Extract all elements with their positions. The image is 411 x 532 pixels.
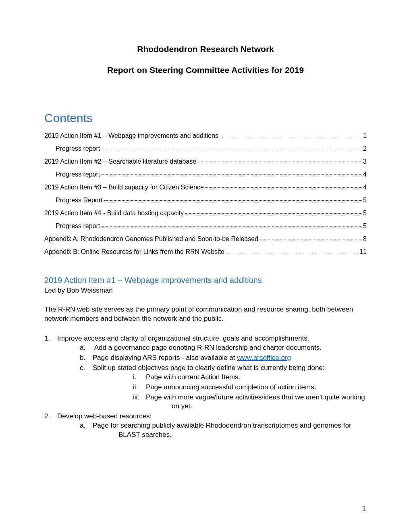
list-text: Page with more vague/future activities/i… xyxy=(146,393,365,410)
toc-text: Progress report xyxy=(56,145,100,152)
toc-entry[interactable]: 2019 Action Item #1 – Webpage improvemen… xyxy=(44,132,367,139)
document-subtitle: Report on Steering Committee Activities … xyxy=(44,65,367,75)
list-marker: 1. xyxy=(44,334,57,343)
list-marker: iii. xyxy=(133,393,146,402)
toc-dots xyxy=(104,200,362,201)
toc-text: 2019 Action Item #3 – Build capacity for… xyxy=(44,184,204,191)
toc-text: 2019 Action Item #4 - Build data hosting… xyxy=(44,210,184,217)
list-marker: b. xyxy=(80,353,93,363)
list-text: Split up stated objectives page to clear… xyxy=(93,364,325,372)
toc-entry[interactable]: Progress Report 5 xyxy=(44,197,367,204)
toc-page: 5 xyxy=(363,210,367,217)
toc-entry[interactable]: Appendix A: Rhododendron Genomes Publish… xyxy=(44,235,367,243)
list-marker: ii. xyxy=(133,383,146,392)
toc-page: 11 xyxy=(359,248,367,256)
toc-page: 8 xyxy=(363,235,367,243)
list-item: iii.Page with more vague/future activiti… xyxy=(133,393,367,411)
list-item: b.Page displaying ARS reports - also ava… xyxy=(80,353,367,363)
list-text: Add a governance page denoting R-RN lead… xyxy=(93,344,322,351)
ordered-list: 1.Improve access and clarity of organiza… xyxy=(44,334,367,440)
body-paragraph: The R-RN web site serves as the primary … xyxy=(44,305,367,324)
toc-page: 2 xyxy=(363,145,367,152)
toc-dots xyxy=(102,149,361,149)
toc-dots xyxy=(102,226,361,227)
ordered-list: a.Page for searching publicly available … xyxy=(80,421,367,440)
toc-text: Progress report xyxy=(56,171,100,178)
section-byline: Led by Bob Weissman xyxy=(44,287,367,295)
ordered-list: i.Page with current Action Items. ii.Pag… xyxy=(133,373,367,411)
toc-dots xyxy=(185,213,361,214)
list-text: Page with current Action Items. xyxy=(146,373,240,381)
list-marker: c. xyxy=(80,364,93,373)
external-link[interactable]: www.arsoffice.org xyxy=(237,354,291,362)
toc-entry[interactable]: Progress report 5 xyxy=(44,222,367,230)
toc-text: Progress report xyxy=(56,222,100,230)
list-item: 1.Improve access and clarity of organiza… xyxy=(44,334,367,411)
section-heading: 2019 Action Item #1 – Webpage improvemen… xyxy=(44,276,367,285)
list-marker: a. xyxy=(80,421,93,430)
toc-entry[interactable]: 2019 Action Item #3 – Build capacity for… xyxy=(44,184,367,191)
toc-text: 2019 Action Item #1 – Webpage improvemen… xyxy=(44,132,218,139)
toc-page: 3 xyxy=(363,158,367,165)
list-item: a.Page for searching publicly available … xyxy=(80,421,367,440)
toc-page: 5 xyxy=(363,197,367,204)
toc-entry[interactable]: 2019 Action Item #4 - Build data hosting… xyxy=(44,210,367,217)
toc-dots xyxy=(102,175,361,175)
toc-dots xyxy=(226,252,358,252)
list-item: 2.Develop web-based resources: a.Page fo… xyxy=(44,412,367,440)
list-marker: a. xyxy=(80,343,93,353)
toc-text: Appendix A: Rhododendron Genomes Publish… xyxy=(44,235,258,243)
toc-entry[interactable]: 2019 Action Item #2 – Searchable literat… xyxy=(44,158,367,165)
toc-text: 2019 Action Item #2 – Searchable literat… xyxy=(44,158,196,165)
toc-dots xyxy=(206,187,361,188)
list-text: Page displaying ARS reports - also avail… xyxy=(93,354,291,362)
list-item: c.Split up stated objectives page to cle… xyxy=(80,364,367,411)
list-text: Page announcing successful completion of… xyxy=(146,383,316,391)
toc-page: 4 xyxy=(363,171,367,178)
table-of-contents: 2019 Action Item #1 – Webpage improvemen… xyxy=(44,132,367,256)
toc-page: 1 xyxy=(363,132,367,139)
toc-dots xyxy=(220,136,361,136)
list-item: i.Page with current Action Items. xyxy=(133,373,367,382)
toc-text: Appendix B: Online Resources for Links f… xyxy=(44,248,224,256)
toc-entry[interactable]: Appendix B: Online Resources for Links f… xyxy=(44,248,367,256)
toc-dots xyxy=(198,162,361,162)
list-text: Develop web-based resources: xyxy=(57,412,152,420)
toc-entry[interactable]: Progress report 2 xyxy=(44,145,367,152)
document-title: Rhododendron Research Network xyxy=(44,44,367,54)
page-number: 1 xyxy=(362,505,366,513)
list-text: Improve access and clarity of organizati… xyxy=(57,335,309,342)
ordered-list: a. Add a governance page denoting R-RN l… xyxy=(80,343,367,411)
toc-dots xyxy=(260,239,361,239)
toc-page: 5 xyxy=(363,222,367,230)
contents-heading: Contents xyxy=(44,111,367,125)
toc-entry[interactable]: Progress report 4 xyxy=(44,171,367,178)
list-text: Page for searching publicly available Rh… xyxy=(93,422,351,438)
toc-page: 4 xyxy=(363,184,367,191)
list-item: a. Add a governance page denoting R-RN l… xyxy=(80,343,367,353)
toc-text: Progress Report xyxy=(56,197,103,204)
list-marker: 2. xyxy=(44,412,57,421)
list-marker: i. xyxy=(133,373,146,382)
list-item: ii.Page announcing successful completion… xyxy=(133,383,367,392)
